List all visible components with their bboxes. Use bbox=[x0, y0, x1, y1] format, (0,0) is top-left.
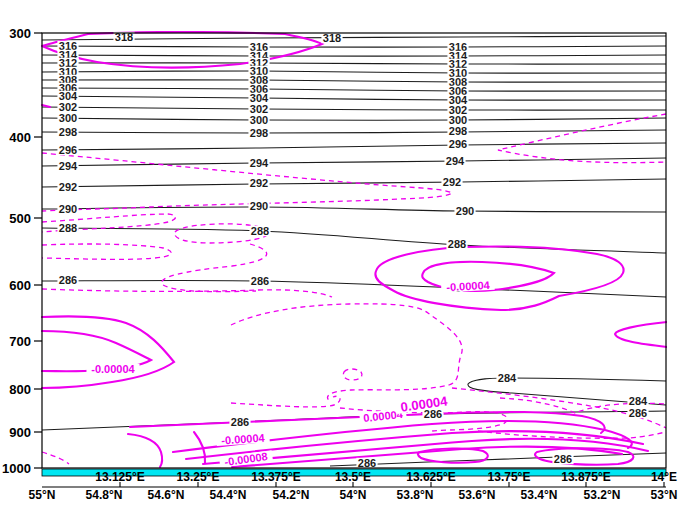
pressure-tick-label: 400 bbox=[9, 130, 31, 145]
black-contour-label: 292 bbox=[250, 177, 268, 189]
longitude-tick-label: 13.75°E bbox=[488, 470, 531, 484]
black-contour-label: 290 bbox=[456, 205, 474, 217]
longitude-tick-label: 13.875°E bbox=[561, 470, 611, 484]
latitude-tick-label: 54.8°N bbox=[86, 488, 123, 502]
black-contour-label: 298 bbox=[59, 126, 77, 138]
black-contour-label: 288 bbox=[251, 225, 269, 237]
black-contour-label: 286 bbox=[358, 457, 376, 469]
black-contour-label: 298 bbox=[250, 127, 268, 139]
latitude-tick-label: 53.4°N bbox=[521, 488, 558, 502]
black-contour-label: 292 bbox=[59, 181, 77, 193]
black-contour-label: 284 bbox=[629, 395, 648, 407]
latitude-tick-label: 53°N bbox=[651, 488, 678, 502]
black-contour-label: 286 bbox=[231, 416, 249, 428]
black-contour-label: 292 bbox=[443, 176, 461, 188]
black-contour-label: 286 bbox=[59, 274, 77, 286]
pressure-tick-label: 300 bbox=[9, 26, 31, 41]
pressure-tick-label: 1000 bbox=[2, 461, 31, 476]
black-contour-label: 318 bbox=[323, 32, 341, 44]
latitude-tick-label: 53.2°N bbox=[584, 488, 621, 502]
latitude-tick-label: 55°N bbox=[29, 488, 56, 502]
longitude-tick-label: 13.625°E bbox=[406, 470, 456, 484]
black-contour-label: 290 bbox=[250, 200, 268, 212]
cross-section-plot: 3183183163163163143143143123123123103103… bbox=[0, 0, 700, 525]
latitude-tick-label: 54°N bbox=[340, 488, 367, 502]
black-contour-label: 286 bbox=[629, 407, 647, 419]
figure-background bbox=[0, 0, 700, 525]
pressure-tick-label: 500 bbox=[9, 211, 31, 226]
black-contour-label: 300 bbox=[250, 114, 268, 126]
black-contour-label: 290 bbox=[59, 203, 77, 215]
black-contour-label: 286 bbox=[554, 453, 572, 465]
pressure-tick-label: 600 bbox=[9, 278, 31, 293]
longitude-tick-label: 13.25°E bbox=[177, 470, 220, 484]
black-contour-label: 294 bbox=[59, 160, 78, 172]
longitude-tick-label: 13.375°E bbox=[251, 470, 301, 484]
pressure-tick-label: 800 bbox=[9, 382, 31, 397]
magenta-contour-label: -0.00004 bbox=[91, 363, 135, 375]
black-contour-label: 294 bbox=[446, 155, 465, 167]
latitude-tick-label: 54.4°N bbox=[210, 488, 247, 502]
longitude-tick-label: 14°E bbox=[651, 470, 677, 484]
black-contour-label: 296 bbox=[59, 144, 77, 156]
cross-section-figure: 3183183163163163143143143123123123103103… bbox=[0, 0, 700, 525]
pressure-tick-label: 700 bbox=[9, 334, 31, 349]
longitude-tick-label: 13.125°E bbox=[95, 470, 145, 484]
latitude-tick-label: 54.6°N bbox=[148, 488, 185, 502]
black-contour-label: 288 bbox=[59, 222, 77, 234]
black-contour-label: 288 bbox=[448, 238, 466, 250]
latitude-tick-label: 54.2°N bbox=[273, 488, 310, 502]
latitude-tick-label: 53.6°N bbox=[459, 488, 496, 502]
pressure-tick-label: 900 bbox=[9, 425, 31, 440]
black-contour-label: 296 bbox=[449, 138, 467, 150]
magenta-contour-label: -0.00004 bbox=[446, 279, 491, 293]
black-contour-label: 300 bbox=[59, 112, 77, 124]
black-contour-label: 294 bbox=[250, 157, 269, 169]
latitude-tick-label: 53.8°N bbox=[397, 488, 434, 502]
black-contour-label: 286 bbox=[251, 275, 269, 287]
longitude-tick-label: 13.5°E bbox=[335, 470, 371, 484]
black-contour-label: 284 bbox=[498, 372, 517, 384]
black-contour-label: 298 bbox=[449, 125, 467, 137]
